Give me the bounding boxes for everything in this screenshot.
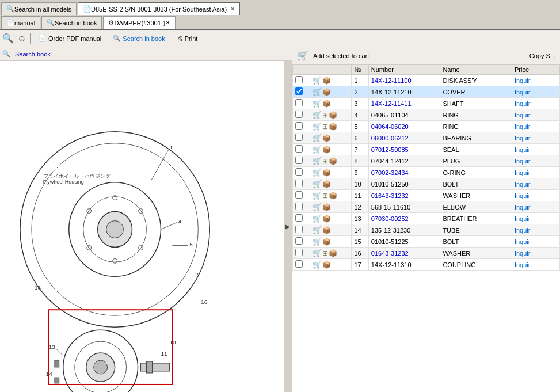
inquire-link[interactable]: Inquir xyxy=(515,89,531,96)
tab-close-btn[interactable]: ✕ xyxy=(165,19,170,26)
row-part-number[interactable]: 568-15-11610 xyxy=(368,201,440,213)
row-price[interactable]: Inquir xyxy=(512,132,559,144)
box-icon[interactable]: 📦 xyxy=(322,215,331,223)
row-part-number[interactable]: 07030-00252 xyxy=(368,213,440,224)
tab-search-book[interactable]: 🔍 Search in book xyxy=(41,16,102,29)
tab-d85e[interactable]: 📄 D85E-SS-2 S/N 3001-3033 (For Southeast… xyxy=(78,2,240,15)
row-price[interactable]: Inquir xyxy=(512,213,559,224)
box-icon[interactable]: 📦 xyxy=(329,111,337,119)
print-btn[interactable]: 🖨 Print xyxy=(173,34,201,43)
box-icon[interactable]: 📦 xyxy=(322,88,331,96)
box-icon[interactable]: 📦 xyxy=(329,192,337,200)
row-checkbox[interactable] xyxy=(295,99,303,106)
inquire-link[interactable]: Inquir xyxy=(515,227,531,234)
network-icon[interactable]: ⊞ xyxy=(322,192,328,200)
cart-icon[interactable]: 🛒 xyxy=(313,122,322,131)
row-checkbox[interactable] xyxy=(295,191,303,199)
part-number-link[interactable]: 06000-06212 xyxy=(371,135,409,142)
row-part-number[interactable]: 01010-51250 xyxy=(368,178,440,190)
row-checkbox[interactable] xyxy=(295,157,303,164)
network-icon[interactable]: ⊞ xyxy=(322,157,328,165)
box-icon[interactable]: 📦 xyxy=(322,238,331,246)
cart-icon[interactable]: 🛒 xyxy=(313,157,322,165)
network-icon[interactable]: ⊞ xyxy=(322,249,328,257)
panel-arrow-nav[interactable]: ▶ xyxy=(284,61,292,392)
row-price[interactable]: Inquir xyxy=(512,224,559,236)
part-number-link[interactable]: 04064-06020 xyxy=(371,123,409,130)
row-part-number[interactable]: 14X-12-11411 xyxy=(368,98,440,109)
cart-icon[interactable]: 🛒 xyxy=(313,226,322,234)
cart-icon[interactable]: 🛒 xyxy=(313,191,322,200)
part-number-link[interactable]: 14X-12-11100 xyxy=(371,77,412,84)
box-icon[interactable]: 📦 xyxy=(322,134,331,142)
row-checkbox[interactable] xyxy=(295,87,303,95)
box-icon[interactable]: 📦 xyxy=(329,123,337,131)
box-icon[interactable]: 📦 xyxy=(322,203,331,211)
row-price[interactable]: Inquir xyxy=(512,236,559,248)
row-part-number[interactable]: 07002-32434 xyxy=(368,167,440,178)
inquire-link[interactable]: Inquir xyxy=(515,204,531,211)
zoom-out-icon[interactable]: ⊖ xyxy=(18,34,25,43)
row-checkbox[interactable] xyxy=(295,134,303,141)
row-part-number[interactable]: 04064-06020 xyxy=(368,121,440,132)
row-checkbox[interactable] xyxy=(295,249,303,256)
row-checkbox[interactable] xyxy=(295,122,303,130)
box-icon[interactable]: 📦 xyxy=(329,249,337,257)
inquire-link[interactable]: Inquir xyxy=(515,158,531,165)
inquire-link[interactable]: Inquir xyxy=(515,250,531,257)
box-icon[interactable]: 📦 xyxy=(329,157,337,165)
box-icon[interactable]: 📦 xyxy=(322,100,331,108)
inquire-link[interactable]: Inquir xyxy=(515,112,531,119)
search-in-book-btn[interactable]: 🔍 Search in book xyxy=(109,33,168,43)
part-number-link[interactable]: 01643-31232 xyxy=(371,250,409,257)
row-part-number[interactable]: 14X-12-11310 xyxy=(368,259,440,271)
cart-icon[interactable]: 🛒 xyxy=(313,260,322,269)
inquire-link[interactable]: Inquir xyxy=(515,135,531,142)
row-part-number[interactable]: 135-12-31230 xyxy=(368,224,440,236)
tab-close-btn[interactable]: ✕ xyxy=(230,6,235,12)
copy-label[interactable]: Copy S... xyxy=(529,52,555,59)
row-part-number[interactable]: 07012-50085 xyxy=(368,144,440,155)
box-icon[interactable]: 📦 xyxy=(322,261,331,269)
cart-icon[interactable]: 🛒 xyxy=(313,111,322,119)
row-checkbox[interactable] xyxy=(295,260,303,268)
row-price[interactable]: Inquir xyxy=(512,259,559,271)
row-checkbox[interactable] xyxy=(295,168,303,176)
row-price[interactable]: Inquir xyxy=(512,167,559,178)
inquire-link[interactable]: Inquir xyxy=(515,192,531,199)
part-number-link[interactable]: 07030-00252 xyxy=(371,215,409,222)
row-part-number[interactable]: 14X-12-11100 xyxy=(368,75,440,86)
row-price[interactable]: Inquir xyxy=(512,98,559,109)
network-icon[interactable]: ⊞ xyxy=(322,111,328,119)
box-icon[interactable]: 📦 xyxy=(322,77,331,85)
row-part-number[interactable]: 01643-31232 xyxy=(368,248,440,259)
part-number-link[interactable]: 01643-31232 xyxy=(371,192,409,199)
row-price[interactable]: Inquir xyxy=(512,86,559,98)
row-checkbox[interactable] xyxy=(295,203,303,210)
row-price[interactable]: Inquir xyxy=(512,144,559,155)
row-part-number[interactable]: 01010-51225 xyxy=(368,236,440,248)
search-book-diagram-link[interactable]: Search book xyxy=(15,51,51,58)
row-price[interactable]: Inquir xyxy=(512,109,559,121)
row-part-number[interactable]: 01643-31232 xyxy=(368,190,440,201)
inquire-link[interactable]: Inquir xyxy=(515,261,531,268)
inquire-link[interactable]: Inquir xyxy=(515,238,531,245)
inquire-link[interactable]: Inquir xyxy=(515,123,531,130)
inquire-link[interactable]: Inquir xyxy=(515,100,531,107)
row-checkbox[interactable] xyxy=(295,145,303,153)
cart-icon[interactable]: 🛒 xyxy=(313,134,322,142)
row-part-number[interactable]: 14X-12-11210 xyxy=(368,86,440,98)
cart-icon[interactable]: 🛒 xyxy=(313,99,322,108)
row-price[interactable]: Inquir xyxy=(512,178,559,190)
cart-icon[interactable]: 🛒 xyxy=(313,237,322,246)
row-part-number[interactable]: 06000-06212 xyxy=(368,132,440,144)
tab-damper[interactable]: ⚙ DAMPER(#3001-) ✕ xyxy=(103,16,176,29)
cart-icon[interactable]: 🛒 xyxy=(313,249,322,257)
cart-icon[interactable]: 🛒 xyxy=(313,214,322,223)
cart-icon[interactable]: 🛒 xyxy=(313,180,322,188)
part-number-link[interactable]: 07002-32434 xyxy=(371,169,409,176)
box-icon[interactable]: 📦 xyxy=(322,169,331,177)
row-checkbox[interactable] xyxy=(295,226,303,233)
inquire-link[interactable]: Inquir xyxy=(515,77,531,84)
part-number-link[interactable]: 07012-50085 xyxy=(371,146,409,153)
